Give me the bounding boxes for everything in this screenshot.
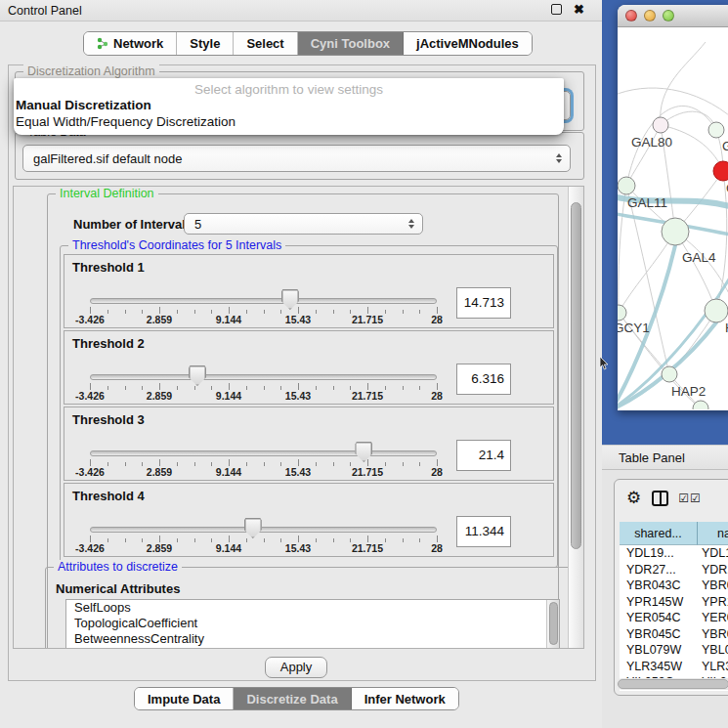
cell-shared-name: YPR145W <box>620 594 698 611</box>
cell-name: YBR0 <box>698 578 728 594</box>
tab-style[interactable]: Style <box>177 32 234 55</box>
numerical-attributes-label: Numerical Attributes <box>56 581 180 596</box>
table-row[interactable]: YPR145WYPR1 <box>620 594 728 611</box>
network-node[interactable] <box>662 218 689 245</box>
table-rows: YDL19...YDL1YDR27...YDR2YBR043CYBR0YPR14… <box>620 545 728 691</box>
table-row[interactable]: YBR045CYBR0 <box>620 626 728 643</box>
network-node[interactable] <box>618 177 635 194</box>
tab-network-label: Network <box>113 36 163 51</box>
threshold-panel: Threshold 3-3.4262.8599.14415.4321.71528… <box>64 407 554 481</box>
numerical-attributes-list[interactable]: SelfLoopsTopologicalCoefficientBetweenne… <box>65 599 560 649</box>
network-node-label: GCY1 <box>618 321 650 335</box>
table-row[interactable]: YBR043CYBR0 <box>620 578 728 594</box>
network-node-label: GAL80 <box>631 135 672 150</box>
float-window-icon[interactable] <box>551 4 562 15</box>
network-canvas[interactable]: GAL80GCGAL11GAL4GCY1HHAP2 <box>618 27 728 409</box>
desktop-background: GAL80GCGAL11GAL4GCY1HHAP2 <box>602 0 728 445</box>
threshold-value-field[interactable]: 6.316 <box>456 364 511 395</box>
settings-scroll-thumb[interactable] <box>571 202 581 549</box>
threshold-value-field[interactable]: 11.344 <box>456 516 511 547</box>
threshold-label: Threshold 1 <box>72 260 145 275</box>
cell-shared-name: YBR043C <box>620 578 698 594</box>
table-panel-container: ⚙ ☑☑ shared... na YDL19...YDL1YDR27...YD… <box>614 479 728 696</box>
attributes-group: Attributes to discretize Numerical Attri… <box>45 567 578 649</box>
tab-discretize-data[interactable]: Discretize Data <box>234 688 351 709</box>
network-node[interactable] <box>708 122 724 138</box>
control-panel-window: Control Panel ✖ Network Style Select Cyn… <box>0 0 602 728</box>
algorithm-dropdown-popup: Select algorithm to view settings Manual… <box>14 78 564 135</box>
slider-scale-labels: -3.4262.8599.14415.4321.71528 <box>90 390 437 403</box>
slider-track[interactable] <box>90 298 437 304</box>
table-horizontal-scrollbar[interactable] <box>617 678 728 690</box>
threshold-value-field[interactable]: 21.4 <box>456 440 511 471</box>
slider-scale-labels: -3.4262.8599.14415.4321.71528 <box>90 542 437 555</box>
table-row[interactable]: YLR345WYLR3 <box>620 659 728 675</box>
control-panel-title: Control Panel <box>0 4 82 18</box>
close-traffic-light[interactable] <box>625 10 637 21</box>
combo-stepper-icon <box>556 153 570 164</box>
table-header-row: shared... na <box>620 522 728 545</box>
table-data-combobox[interactable]: galFiltered.sif default node <box>22 145 571 172</box>
column-header-name[interactable]: na <box>698 522 728 545</box>
table-row[interactable]: YDL19...YDL1 <box>620 545 728 562</box>
tab-impute-data[interactable]: Impute Data <box>135 688 234 709</box>
settings-vertical-scrollbar[interactable] <box>568 187 583 648</box>
slider-track[interactable] <box>90 527 437 533</box>
slider-track[interactable] <box>90 374 437 380</box>
screen: Control Panel ✖ Network Style Select Cyn… <box>0 0 728 728</box>
dropdown-prompt-item: Select algorithm to view settings <box>14 78 564 97</box>
network-node[interactable] <box>662 366 677 382</box>
tab-infer-network[interactable]: Infer Network <box>352 688 458 709</box>
slider-scale-labels: -3.4262.8599.14415.4321.71528 <box>90 314 437 326</box>
column-header-shared[interactable]: shared... <box>620 522 698 545</box>
split-columns-icon[interactable] <box>652 491 668 506</box>
thresholds-group: Threshold's Coordinates for 5 Intervals … <box>60 245 558 568</box>
close-icon[interactable]: ✖ <box>574 4 584 15</box>
threshold-panel: Threshold 1-3.4262.8599.14415.4321.71528… <box>64 254 554 328</box>
attribute-list-item[interactable]: TopologicalCoefficient <box>66 616 559 631</box>
network-node[interactable] <box>618 305 626 321</box>
number-of-intervals-combobox[interactable]: 5 <box>184 213 423 235</box>
network-node-label: GAL4 <box>682 250 716 265</box>
network-node[interactable] <box>705 299 728 322</box>
cell-name: YDR2 <box>698 562 728 578</box>
threshold-label: Threshold 3 <box>72 412 145 427</box>
threshold-value-field[interactable]: 14.713 <box>456 287 511 319</box>
dropdown-item-manual-discretization[interactable]: Manual Discretization <box>14 97 564 113</box>
minimize-traffic-light[interactable] <box>644 10 656 21</box>
cell-shared-name: YLR345W <box>620 659 698 675</box>
table-row[interactable]: YDR27...YDR2 <box>620 562 728 578</box>
network-node-label: HAP2 <box>671 384 706 399</box>
attributes-scroll-thumb[interactable] <box>549 602 558 645</box>
table-hscroll-thumb[interactable] <box>618 679 728 689</box>
slider-scale-labels: -3.4262.8599.14415.4321.71528 <box>90 466 437 479</box>
tab-network[interactable]: Network <box>84 32 177 55</box>
tab-cyni-toolbox[interactable]: Cyni Toolbox <box>298 32 404 55</box>
checkbox-filter-icons[interactable]: ☑☑ <box>678 492 702 505</box>
apply-button[interactable]: Apply <box>265 657 327 678</box>
table-panel: Table Panel ⚙ ☑☑ shared... na YDL19...YD… <box>602 445 728 728</box>
dropdown-item-equal-width[interactable]: Equal Width/Frequency Discretization <box>14 113 564 130</box>
gear-icon[interactable]: ⚙ <box>626 489 641 508</box>
zoom-traffic-light[interactable] <box>663 10 674 21</box>
cyni-toolbox-panel: Discretization Algorithm Select algorith… <box>8 64 596 681</box>
table-row[interactable]: YER054CYER0 <box>620 610 728 626</box>
cell-shared-name: YBL079W <box>620 642 698 659</box>
cell-name: YPR1 <box>698 594 728 611</box>
threshold-panel: Threshold 4-3.4262.8599.14415.4321.71528… <box>64 483 554 557</box>
tab-jactivemnodules[interactable]: jActiveMNodules <box>404 32 532 55</box>
network-node[interactable] <box>713 161 728 181</box>
cell-shared-name: YDL19... <box>620 545 698 562</box>
network-node-label: G <box>722 139 728 153</box>
tab-select[interactable]: Select <box>234 32 297 55</box>
slider-track[interactable] <box>90 450 437 456</box>
attribute-list-item[interactable]: BetweennessCentrality <box>66 631 559 647</box>
cell-name: YLR3 <box>698 659 728 675</box>
network-icon <box>97 37 108 50</box>
attribute-list-item[interactable]: SelfLoops <box>66 600 559 616</box>
network-node[interactable] <box>653 117 668 133</box>
node-attribute-table[interactable]: shared... na YDL19...YDL1YDR27...YDR2YBR… <box>620 522 728 691</box>
attributes-list-scrollbar[interactable] <box>546 600 559 649</box>
combo-stepper-icon <box>408 219 422 230</box>
table-row[interactable]: YBL079WYBL0 <box>620 642 728 659</box>
